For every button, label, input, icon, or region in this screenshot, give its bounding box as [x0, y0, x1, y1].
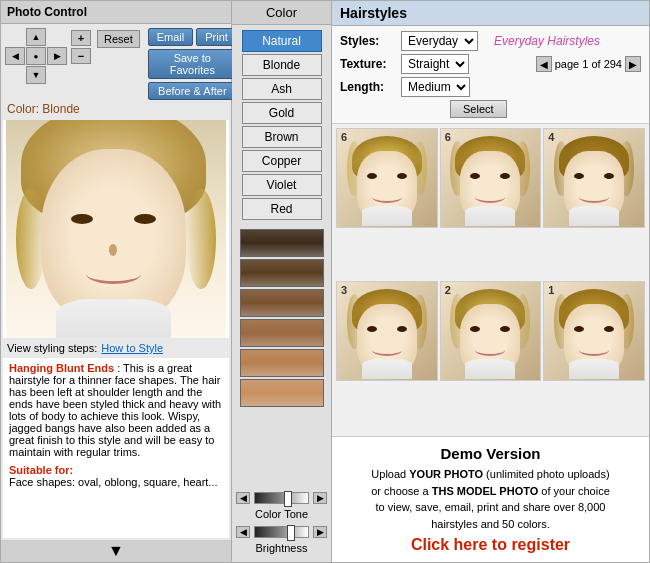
texture-select[interactable]: Straight	[401, 54, 469, 74]
color-swatch-3[interactable]	[240, 319, 324, 347]
hairstyles-header: Hairstyles	[332, 1, 649, 26]
nav-right-button[interactable]: ▶	[47, 47, 67, 65]
color-btn-ash[interactable]: Ash	[242, 78, 322, 100]
hairstyle-item-3[interactable]: 3	[336, 281, 438, 381]
styles-label: Styles:	[340, 34, 395, 48]
save-favorites-button[interactable]: Save to Favorites	[148, 49, 237, 79]
color-tone-slider[interactable]	[254, 492, 309, 504]
reset-button[interactable]: Reset	[97, 30, 140, 48]
color-display: Color: Blonde	[1, 100, 231, 118]
styles-select[interactable]: Everyday	[401, 31, 478, 51]
hairstyle-item-0[interactable]: 6	[336, 128, 438, 228]
brightness-left-btn[interactable]: ◀	[236, 526, 250, 538]
color-swatch-4[interactable]	[240, 349, 324, 377]
email-button[interactable]: Email	[148, 28, 194, 46]
texture-label: Texture:	[340, 57, 395, 71]
nav-left-button[interactable]: ◀	[5, 47, 25, 65]
right-panel: Hairstyles Styles: Everyday Everyday Hai…	[332, 0, 650, 563]
everyday-label: Everyday Hairstyles	[494, 34, 600, 48]
color-swatch-0[interactable]	[240, 229, 324, 257]
prev-page-button[interactable]: ◀	[536, 56, 552, 72]
color-swatches	[232, 225, 331, 411]
print-button[interactable]: Print	[196, 28, 237, 46]
photo-area	[3, 120, 229, 338]
hairstyle-item-1[interactable]: 6	[440, 128, 542, 228]
color-tone-left-btn[interactable]: ◀	[236, 492, 250, 504]
color-btn-natural[interactable]: Natural	[242, 30, 322, 52]
color-swatch-1[interactable]	[240, 259, 324, 287]
color-tone-label: Color Tone	[236, 508, 327, 520]
color-swatch-2[interactable]	[240, 289, 324, 317]
hairstyle-item-2[interactable]: 4	[543, 128, 645, 228]
next-page-button[interactable]: ▶	[625, 56, 641, 72]
color-swatch-5[interactable]	[240, 379, 324, 407]
brightness-label: Brightness	[236, 542, 327, 554]
hairstyle-grid: 6 6 4	[332, 124, 649, 436]
color-tone-right-btn[interactable]: ▶	[313, 492, 327, 504]
face-shapes: Face shapes: oval, oblong, square, heart…	[9, 476, 223, 488]
select-button[interactable]: Select	[450, 100, 507, 118]
color-btn-violet[interactable]: Violet	[242, 174, 322, 196]
register-link[interactable]: Click here to register	[344, 536, 637, 554]
nav-down-button[interactable]: ▼	[26, 66, 46, 84]
zoom-in-button[interactable]: +	[71, 30, 91, 46]
length-label: Length:	[340, 80, 395, 94]
brightness-slider[interactable]	[254, 526, 309, 538]
model-photo	[6, 120, 226, 338]
demo-text: Upload YOUR PHOTO (unlimited photo uploa…	[344, 466, 637, 532]
nav-up-button[interactable]: ▲	[26, 28, 46, 46]
brightness-right-btn[interactable]: ▶	[313, 526, 327, 538]
color-btn-blonde[interactable]: Blonde	[242, 54, 322, 76]
zoom-out-button[interactable]: −	[71, 48, 91, 64]
color-buttons: NaturalBlondeAshGoldBrownCopperVioletRed	[232, 25, 331, 225]
length-select[interactable]: Medium	[401, 77, 470, 97]
suitable-for: Suitable for:	[9, 464, 223, 476]
description-area: Hanging Blunt Ends : This is a great hai…	[3, 358, 229, 538]
view-styling: View styling steps: How to Style	[1, 340, 231, 356]
left-panel: Photo Control ▲ ◀ ● ▶ ▼ + −	[0, 0, 232, 563]
hairstyle-item-5[interactable]: 1	[543, 281, 645, 381]
middle-panel: Color NaturalBlondeAshGoldBrownCopperVio…	[232, 0, 332, 563]
how-to-style-link[interactable]: How to Style	[101, 342, 163, 354]
before-after-button[interactable]: Before & After	[148, 82, 237, 100]
demo-title: Demo Version	[344, 445, 637, 462]
hairstyle-item-4[interactable]: 2	[440, 281, 542, 381]
page-info: page 1 of 294	[555, 58, 622, 70]
color-btn-brown[interactable]: Brown	[242, 126, 322, 148]
nav-center-button[interactable]: ●	[26, 47, 46, 65]
photo-control-header: Photo Control	[1, 1, 231, 24]
demo-section: Demo Version Upload YOUR PHOTO (unlimite…	[332, 436, 649, 562]
color-header: Color	[232, 1, 331, 25]
color-btn-red[interactable]: Red	[242, 198, 322, 220]
color-btn-copper[interactable]: Copper	[242, 150, 322, 172]
color-btn-gold[interactable]: Gold	[242, 102, 322, 124]
scroll-down-indicator[interactable]: ▼	[1, 540, 231, 562]
